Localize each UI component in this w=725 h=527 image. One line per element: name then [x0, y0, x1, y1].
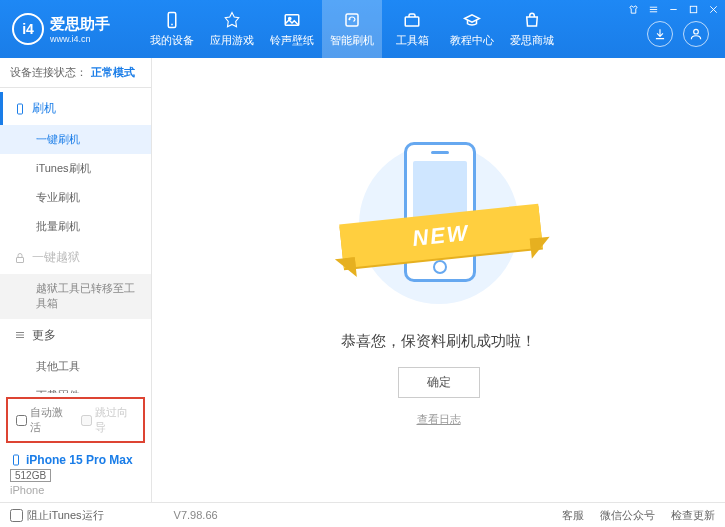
menu-head-label: 刷机 — [32, 100, 56, 117]
app-url: www.i4.cn — [50, 34, 110, 44]
skip-guide-checkbox[interactable]: 跳过向导 — [81, 405, 136, 435]
block-itunes-checkbox[interactable] — [10, 509, 23, 522]
menu-head-label: 一键越狱 — [32, 249, 80, 266]
version-label: V7.98.66 — [174, 509, 218, 521]
header: i4 爱思助手 www.i4.cn 我的设备 应用游戏 铃声壁纸 智能刷机 工具… — [0, 0, 725, 58]
nav-tutorial[interactable]: 教程中心 — [442, 0, 502, 58]
nav-label: 工具箱 — [396, 33, 429, 48]
nav-apps[interactable]: 应用游戏 — [202, 0, 262, 58]
status-label: 设备连接状态： — [10, 65, 87, 80]
menu-pro-flash[interactable]: 专业刷机 — [0, 183, 151, 212]
menu-itunes-flash[interactable]: iTunes刷机 — [0, 154, 151, 183]
menu-group-more[interactable]: 更多 — [0, 319, 151, 352]
checkbox-area: 自动激活 跳过向导 — [6, 397, 145, 443]
success-illustration: NEW — [349, 134, 529, 314]
svg-rect-11 — [690, 6, 696, 12]
device-info[interactable]: iPhone 15 Pro Max 512GB iPhone — [0, 447, 151, 502]
status-value: 正常模式 — [91, 65, 135, 80]
refresh-icon — [342, 10, 362, 30]
minimize-button[interactable] — [667, 3, 679, 15]
footer: 阻止iTunes运行 V7.98.66 客服 微信公众号 检查更新 — [0, 502, 725, 527]
menu-batch-flash[interactable]: 批量刷机 — [0, 212, 151, 241]
device-type: iPhone — [10, 484, 141, 496]
menu-one-key-flash[interactable]: 一键刷机 — [0, 125, 151, 154]
hat-icon — [462, 10, 482, 30]
nav-flash[interactable]: 智能刷机 — [322, 0, 382, 58]
nav-label: 我的设备 — [150, 33, 194, 48]
menu-group-flash[interactable]: 刷机 — [0, 92, 151, 125]
sidebar: 设备连接状态： 正常模式 刷机 一键刷机 iTunes刷机 专业刷机 批量刷机 … — [0, 58, 152, 502]
svg-rect-15 — [17, 257, 24, 262]
top-nav: 我的设备 应用游戏 铃声壁纸 智能刷机 工具箱 教程中心 爱思商城 — [142, 0, 647, 58]
menu-head-label: 更多 — [32, 327, 56, 344]
svg-rect-4 — [346, 14, 358, 26]
logo: i4 爱思助手 www.i4.cn — [12, 13, 142, 45]
success-message: 恭喜您，保资料刷机成功啦！ — [341, 332, 536, 351]
ok-button[interactable]: 确定 — [398, 367, 480, 398]
footer-support-link[interactable]: 客服 — [562, 508, 584, 523]
bag-icon — [522, 10, 542, 30]
list-icon — [14, 329, 26, 341]
menu-other-tools[interactable]: 其他工具 — [0, 352, 151, 381]
user-button[interactable] — [683, 21, 709, 47]
footer-update-link[interactable]: 检查更新 — [671, 508, 715, 523]
device-name: iPhone 15 Pro Max — [26, 453, 133, 467]
svg-rect-19 — [14, 455, 19, 465]
download-button[interactable] — [647, 21, 673, 47]
menu-group-jailbreak[interactable]: 一键越狱 — [0, 241, 151, 274]
nav-store[interactable]: 爱思商城 — [502, 0, 562, 58]
logo-icon: i4 — [12, 13, 44, 45]
phone-icon — [162, 10, 182, 30]
image-icon — [282, 10, 302, 30]
device-capacity: 512GB — [10, 469, 51, 482]
lock-icon — [14, 252, 26, 264]
menu-jailbreak-moved: 越狱工具已转移至工具箱 — [0, 274, 151, 319]
nav-label: 智能刷机 — [330, 33, 374, 48]
nav-label: 应用游戏 — [210, 33, 254, 48]
close-button[interactable] — [707, 3, 719, 15]
shirt-icon[interactable] — [627, 3, 639, 15]
app-title: 爱思助手 — [50, 15, 110, 34]
menu-download-firmware[interactable]: 下载固件 — [0, 381, 151, 393]
checkbox-label: 自动激活 — [30, 405, 71, 435]
nav-label: 爱思商城 — [510, 33, 554, 48]
main-content: NEW 恭喜您，保资料刷机成功啦！ 确定 查看日志 — [152, 58, 725, 502]
checkbox-label: 跳过向导 — [95, 405, 136, 435]
auto-activate-checkbox[interactable]: 自动激活 — [16, 405, 71, 435]
nav-toolbox[interactable]: 工具箱 — [382, 0, 442, 58]
nav-label: 教程中心 — [450, 33, 494, 48]
window-controls — [627, 3, 719, 15]
footer-wechat-link[interactable]: 微信公众号 — [600, 508, 655, 523]
svg-point-6 — [694, 29, 699, 34]
svg-rect-5 — [405, 17, 419, 26]
nav-my-device[interactable]: 我的设备 — [142, 0, 202, 58]
view-log-link[interactable]: 查看日志 — [417, 412, 461, 427]
apps-icon — [222, 10, 242, 30]
nav-ringtone[interactable]: 铃声壁纸 — [262, 0, 322, 58]
svg-rect-14 — [18, 104, 23, 114]
block-itunes-label: 阻止iTunes运行 — [27, 508, 104, 523]
toolbox-icon — [402, 10, 422, 30]
nav-label: 铃声壁纸 — [270, 33, 314, 48]
device-status: 设备连接状态： 正常模式 — [0, 58, 151, 88]
menu-icon[interactable] — [647, 3, 659, 15]
maximize-button[interactable] — [687, 3, 699, 15]
phone-icon — [10, 454, 22, 466]
phone-icon — [14, 103, 26, 115]
